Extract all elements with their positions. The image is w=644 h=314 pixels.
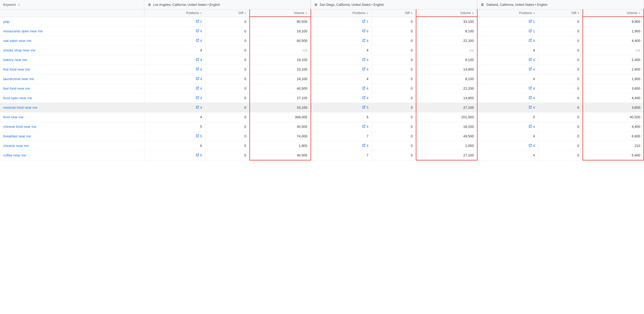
link-icon — [196, 134, 199, 137]
diff-sort-la[interactable]: ⇅ — [244, 12, 246, 15]
oak-diff-cell: 0 — [538, 141, 583, 151]
oak-diff-cell: 0 — [538, 103, 583, 112]
keyword-text: chinese food near me — [3, 125, 36, 129]
position-value: 5 — [367, 115, 368, 119]
oak-position-cell: 4 — [477, 55, 538, 65]
volume-value: 18,100 — [297, 29, 307, 33]
sd-volume-cell: 8,100 — [416, 74, 477, 84]
la-diff-subheader[interactable]: Diff ⇅ — [205, 10, 250, 17]
link-icon — [362, 20, 365, 23]
oak-diff-cell: 0 — [538, 151, 583, 160]
svg-line-3 — [197, 30, 199, 31]
sd-position-cell: 5 — [311, 112, 372, 122]
position-value: 5 — [533, 115, 535, 119]
position-value: 4 — [200, 58, 202, 62]
sd-position-cell: 4 — [311, 74, 372, 84]
volume-sort-sd[interactable]: ⇅ — [472, 12, 474, 15]
sd-volume-cell: 14,800 — [416, 65, 477, 74]
keyword-cell[interactable]: chinese near me — [0, 141, 144, 151]
svg-line-1 — [364, 20, 365, 21]
position-value: 4 — [200, 67, 202, 71]
sd-positions-subheader[interactable]: Positions ⇅ — [311, 10, 372, 17]
keyword-cell[interactable]: mexican food near me — [0, 103, 144, 112]
location-name-la: Los Angeles, California, United States •… — [153, 3, 220, 7]
link-icon — [196, 86, 199, 90]
diff-sort-sd[interactable]: ⇅ — [411, 12, 413, 15]
keyword-cell[interactable]: food open near me — [0, 93, 144, 103]
keyword-column-header[interactable]: Keyword ⇅ — [0, 0, 144, 10]
keyword-cell[interactable]: thai food near me — [0, 65, 144, 74]
monitor-icon-oak: 🖥 — [480, 3, 484, 7]
svg-line-9 — [197, 58, 199, 60]
la-positions-subheader[interactable]: Positions ⇅ — [144, 10, 205, 17]
la-volume-cell: 40,500 — [250, 122, 311, 132]
sd-diff-cell: 0 — [372, 84, 416, 93]
position-value: 4 — [533, 67, 535, 71]
svg-line-23 — [364, 106, 365, 107]
oak-diff-cell: 0 — [538, 132, 583, 141]
keyword-text: thai food near me — [3, 67, 30, 71]
svg-line-12 — [197, 68, 199, 69]
la-volume-cell: 90,500 — [250, 17, 311, 27]
diff-sort-oak[interactable]: ⇅ — [577, 12, 579, 15]
oak-position-cell: 4 — [477, 46, 538, 55]
positions-sort-oak[interactable]: ⇅ — [533, 12, 535, 15]
keyword-cell[interactable]: nail salon near me — [0, 36, 144, 46]
sd-volume-subheader[interactable]: Volume ⇅ — [416, 10, 477, 17]
svg-line-15 — [197, 77, 199, 79]
volume-sort-oak[interactable]: ⇅ — [638, 12, 640, 15]
la-position-cell: 4 — [144, 93, 205, 103]
keyword-cell[interactable]: coffee near me — [0, 151, 144, 160]
keyword-cell[interactable]: yelp — [0, 17, 144, 27]
la-volume-subheader[interactable]: Volume ⇅ — [250, 10, 311, 17]
svg-line-25 — [364, 125, 365, 127]
la-volume-cell: 368,000 — [250, 112, 311, 122]
la-diff-cell: 0 — [205, 151, 250, 160]
sd-diff-cell: 0 — [372, 55, 416, 65]
position-value: 4 — [533, 134, 535, 138]
positions-sort-sd[interactable]: ⇅ — [366, 12, 368, 15]
link-icon — [196, 77, 199, 80]
sd-diff-cell: 0 — [372, 36, 416, 46]
sd-volume-cell: n/a — [416, 46, 477, 55]
position-value: 6 — [367, 29, 368, 33]
oak-volume-cell: 4,400 — [583, 93, 644, 103]
oak-diff-subheader[interactable]: Diff ⇅ — [538, 10, 583, 17]
svg-line-24 — [530, 106, 532, 107]
keyword-cell[interactable]: fast food near me — [0, 84, 144, 93]
la-volume-cell: n/a — [250, 46, 311, 55]
oak-volume-subheader[interactable]: Volume ⇅ — [583, 10, 644, 17]
keyword-cell[interactable]: laundromat near me — [0, 74, 144, 84]
la-diff-cell: 0 — [205, 112, 250, 122]
position-value: 4 — [200, 39, 202, 43]
oak-diff-cell: 0 — [538, 55, 583, 65]
svg-line-19 — [197, 97, 199, 98]
link-icon — [196, 29, 199, 32]
la-position-cell: 4 — [144, 112, 205, 122]
keyword-label: Keyword — [3, 3, 16, 7]
keyword-cell[interactable]: breakfast near me — [0, 132, 144, 141]
la-volume-cell: 33,100 — [250, 103, 311, 112]
la-volume-cell: 74,000 — [250, 132, 311, 141]
keyword-sort-icon[interactable]: ⇅ — [18, 3, 20, 6]
la-volume-cell: 60,500 — [250, 36, 311, 46]
positions-sort-la[interactable]: ⇅ — [200, 12, 202, 15]
keyword-cell[interactable]: food near me — [0, 112, 144, 122]
volume-sort-la[interactable]: ⇅ — [305, 12, 307, 15]
svg-line-2 — [530, 20, 532, 21]
oak-volume-cell: 3,600 — [583, 103, 644, 112]
keyword-cell[interactable]: bakery near me — [0, 55, 144, 65]
link-icon — [196, 96, 199, 99]
keyword-cell[interactable]: smoke shop near me — [0, 46, 144, 55]
keyword-cell[interactable]: chinese food near me — [0, 122, 144, 132]
keyword-cell[interactable]: restaurants open near me — [0, 27, 144, 36]
oak-diff-cell: 0 — [538, 46, 583, 55]
sd-diff-subheader[interactable]: Diff ⇅ — [372, 10, 416, 17]
oak-position-cell: 4 — [477, 36, 538, 46]
position-value: 4 — [533, 58, 535, 62]
volume-value: 27,100 — [297, 96, 307, 100]
la-position-cell: 4 — [144, 103, 205, 112]
oak-positions-subheader[interactable]: Positions ⇅ — [477, 10, 538, 17]
volume-value: 18,100 — [297, 77, 307, 81]
table-row: breakfast near me 5 0 74,000 7 0 49,500 … — [0, 132, 644, 141]
